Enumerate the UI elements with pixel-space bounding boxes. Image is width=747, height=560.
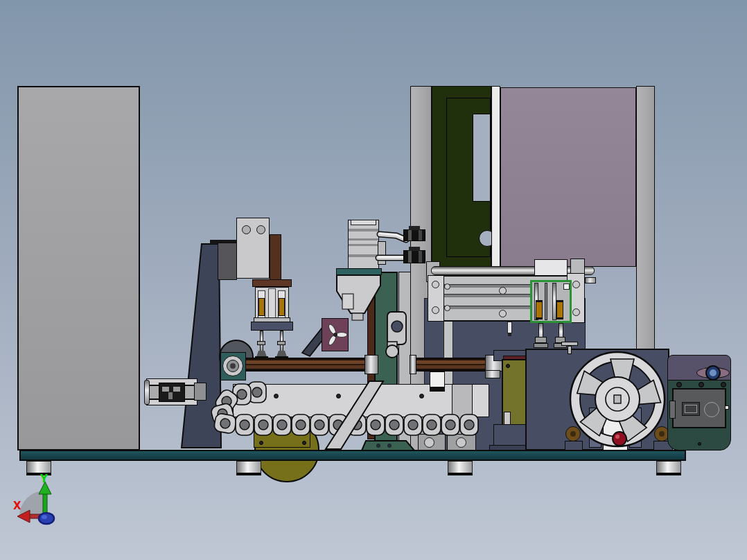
rod-collar xyxy=(257,341,265,345)
actuator-shaft-nub xyxy=(585,277,596,283)
diagonal-strut xyxy=(322,378,392,453)
hopper[interactable] xyxy=(335,274,384,322)
pneumatic-connector-top xyxy=(409,247,420,251)
screw xyxy=(432,306,439,314)
x-axis-label: X xyxy=(13,500,21,512)
pneumatic-connector xyxy=(403,229,425,241)
motor-mount-box xyxy=(218,243,237,280)
slide-cyl-amber xyxy=(258,298,265,316)
screw xyxy=(572,281,580,288)
gripper-detail xyxy=(162,387,169,392)
hook-bracket xyxy=(383,308,413,358)
side-nub xyxy=(725,405,729,410)
cad-viewport[interactable]: Y X xyxy=(0,0,747,560)
fan-icon xyxy=(324,323,346,347)
screw xyxy=(444,305,450,311)
actuator-pin xyxy=(507,322,512,333)
enclosure-white-strip xyxy=(491,86,500,270)
z-axis-hub-highlight xyxy=(42,515,47,519)
display-button-face xyxy=(685,405,697,413)
carriage-cylinder-amber xyxy=(556,300,563,320)
slide-unit-top-plate[interactable] xyxy=(252,279,292,287)
rod-collar xyxy=(277,341,285,345)
gripper-endcap xyxy=(144,380,150,405)
screw xyxy=(432,281,439,288)
control-knob-center xyxy=(710,369,717,376)
belt-rail-left[interactable] xyxy=(244,358,366,371)
screw xyxy=(676,382,682,387)
gripper-arm xyxy=(194,383,206,401)
bearing-bore xyxy=(230,363,236,369)
belt-rail-right[interactable] xyxy=(414,358,486,371)
gripper-detail xyxy=(168,392,173,399)
orientation-triad[interactable]: Y X xyxy=(12,473,75,532)
pneumatic-connector xyxy=(403,250,425,263)
screw xyxy=(721,382,726,387)
screw xyxy=(572,308,580,316)
screw xyxy=(444,283,450,290)
screw xyxy=(499,287,507,295)
machine-baseplate[interactable] xyxy=(19,450,686,461)
plate-hole xyxy=(242,225,251,234)
dial[interactable] xyxy=(704,402,719,417)
leveling-foot xyxy=(236,461,261,475)
rail-clamp xyxy=(364,355,378,374)
actuator-pin-tip xyxy=(508,333,511,336)
carriage-cylinder-amber xyxy=(536,300,543,320)
pneumatic-connector-top xyxy=(409,226,420,230)
green-panel-window-cutout xyxy=(473,114,491,202)
slide-cyl-amber xyxy=(279,298,285,316)
left-cabinet-panel[interactable] xyxy=(17,86,140,450)
enclosure-mauve-panel[interactable] xyxy=(500,87,636,267)
z-axis-hub xyxy=(39,513,54,524)
leveling-foot xyxy=(448,461,473,475)
rod-coupler xyxy=(535,337,547,343)
screw xyxy=(506,364,510,368)
slide-center-rib xyxy=(268,288,276,319)
y-axis-label: Y xyxy=(39,473,49,485)
leveling-foot xyxy=(656,461,681,475)
gripper-detail xyxy=(173,387,180,392)
screw xyxy=(499,310,507,317)
carriage-slide-rod xyxy=(545,283,547,320)
carriage-sensor-block xyxy=(563,283,570,290)
rail-clamp xyxy=(410,355,416,374)
panel-side-tab xyxy=(669,401,676,419)
rod-disc xyxy=(534,343,548,348)
slide-bottom-plate xyxy=(251,322,293,331)
triad-fan xyxy=(19,491,45,516)
screw xyxy=(698,382,704,387)
vent-hole xyxy=(698,442,701,446)
handwheel[interactable] xyxy=(568,351,667,450)
plate-hole xyxy=(256,225,265,234)
